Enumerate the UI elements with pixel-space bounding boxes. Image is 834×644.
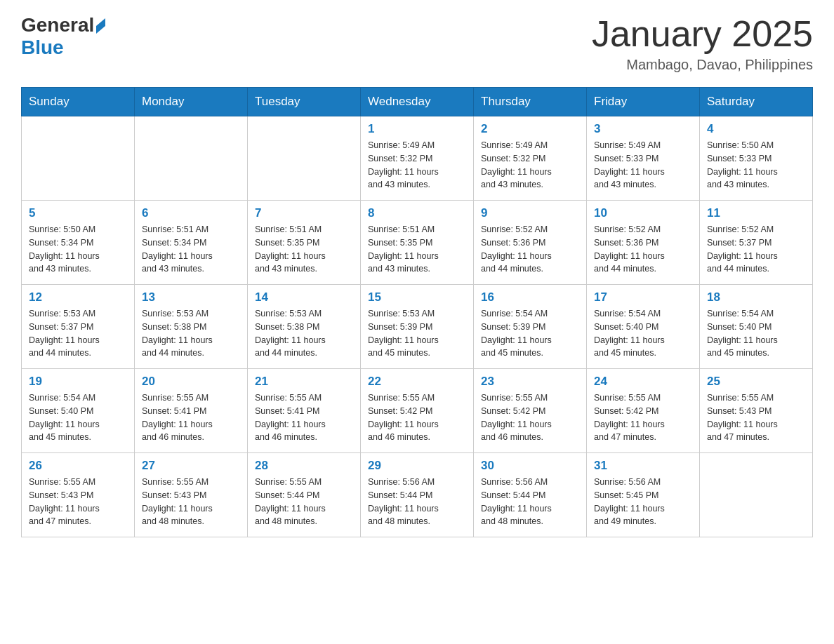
weekday-header-friday: Friday: [587, 88, 700, 116]
day-info: Sunrise: 5:56 AMSunset: 5:44 PMDaylight:…: [368, 476, 466, 528]
day-number: 4: [707, 122, 805, 136]
month-title: January 2025: [592, 14, 813, 54]
day-number: 27: [142, 459, 240, 473]
day-cell-16: 16Sunrise: 5:54 AMSunset: 5:39 PMDayligh…: [474, 285, 587, 369]
day-info: Sunrise: 5:49 AMSunset: 5:32 PMDaylight:…: [368, 139, 466, 192]
day-info: Sunrise: 5:53 AMSunset: 5:38 PMDaylight:…: [255, 307, 353, 360]
day-number: 28: [255, 459, 353, 473]
day-cell-25: 25Sunrise: 5:55 AMSunset: 5:43 PMDayligh…: [700, 369, 813, 453]
day-number: 16: [481, 290, 579, 304]
weekday-header-tuesday: Tuesday: [248, 88, 361, 116]
day-cell-7: 7Sunrise: 5:51 AMSunset: 5:35 PMDaylight…: [248, 201, 361, 285]
day-cell-30: 30Sunrise: 5:56 AMSunset: 5:44 PMDayligh…: [474, 453, 587, 537]
logo: General Blue: [21, 14, 105, 59]
page-header: General Blue January 2025 Mambago, Davao…: [21, 14, 813, 73]
day-info: Sunrise: 5:55 AMSunset: 5:41 PMDaylight:…: [142, 391, 240, 444]
day-cell-6: 6Sunrise: 5:51 AMSunset: 5:34 PMDaylight…: [135, 201, 248, 285]
day-cell-24: 24Sunrise: 5:55 AMSunset: 5:42 PMDayligh…: [587, 369, 700, 453]
day-number: 6: [142, 206, 240, 220]
day-cell-14: 14Sunrise: 5:53 AMSunset: 5:38 PMDayligh…: [248, 285, 361, 369]
week-row-1: 1Sunrise: 5:49 AMSunset: 5:32 PMDaylight…: [22, 116, 813, 201]
day-cell-21: 21Sunrise: 5:55 AMSunset: 5:41 PMDayligh…: [248, 369, 361, 453]
day-cell-20: 20Sunrise: 5:55 AMSunset: 5:41 PMDayligh…: [135, 369, 248, 453]
weekday-header-sunday: Sunday: [22, 88, 135, 116]
day-cell-10: 10Sunrise: 5:52 AMSunset: 5:36 PMDayligh…: [587, 201, 700, 285]
day-number: 3: [594, 122, 692, 136]
day-info: Sunrise: 5:56 AMSunset: 5:45 PMDaylight:…: [594, 476, 692, 528]
empty-cell: [248, 116, 361, 201]
day-cell-17: 17Sunrise: 5:54 AMSunset: 5:40 PMDayligh…: [587, 285, 700, 369]
day-info: Sunrise: 5:54 AMSunset: 5:40 PMDaylight:…: [594, 307, 692, 360]
day-number: 7: [255, 206, 353, 220]
day-number: 11: [707, 206, 805, 220]
day-info: Sunrise: 5:51 AMSunset: 5:34 PMDaylight:…: [142, 223, 240, 276]
day-info: Sunrise: 5:55 AMSunset: 5:43 PMDaylight:…: [707, 391, 805, 444]
day-number: 26: [29, 459, 127, 473]
location: Mambago, Davao, Philippines: [592, 57, 813, 73]
day-info: Sunrise: 5:51 AMSunset: 5:35 PMDaylight:…: [255, 223, 353, 276]
day-number: 30: [481, 459, 579, 473]
day-cell-18: 18Sunrise: 5:54 AMSunset: 5:40 PMDayligh…: [700, 285, 813, 369]
day-info: Sunrise: 5:52 AMSunset: 5:37 PMDaylight:…: [707, 223, 805, 276]
day-cell-26: 26Sunrise: 5:55 AMSunset: 5:43 PMDayligh…: [22, 453, 135, 537]
day-number: 5: [29, 206, 127, 220]
day-number: 25: [707, 375, 805, 389]
week-row-3: 12Sunrise: 5:53 AMSunset: 5:37 PMDayligh…: [22, 285, 813, 369]
day-cell-8: 8Sunrise: 5:51 AMSunset: 5:35 PMDaylight…: [361, 201, 474, 285]
weekday-header-monday: Monday: [135, 88, 248, 116]
week-row-4: 19Sunrise: 5:54 AMSunset: 5:40 PMDayligh…: [22, 369, 813, 453]
day-number: 1: [368, 122, 466, 136]
day-info: Sunrise: 5:49 AMSunset: 5:33 PMDaylight:…: [594, 139, 692, 192]
weekday-header-saturday: Saturday: [700, 88, 813, 116]
day-info: Sunrise: 5:54 AMSunset: 5:40 PMDaylight:…: [707, 307, 805, 360]
day-cell-31: 31Sunrise: 5:56 AMSunset: 5:45 PMDayligh…: [587, 453, 700, 537]
day-cell-29: 29Sunrise: 5:56 AMSunset: 5:44 PMDayligh…: [361, 453, 474, 537]
day-cell-15: 15Sunrise: 5:53 AMSunset: 5:39 PMDayligh…: [361, 285, 474, 369]
day-info: Sunrise: 5:49 AMSunset: 5:32 PMDaylight:…: [481, 139, 579, 192]
day-number: 12: [29, 290, 127, 304]
day-cell-28: 28Sunrise: 5:55 AMSunset: 5:44 PMDayligh…: [248, 453, 361, 537]
day-cell-19: 19Sunrise: 5:54 AMSunset: 5:40 PMDayligh…: [22, 369, 135, 453]
weekday-header-thursday: Thursday: [474, 88, 587, 116]
weekday-header-row: SundayMondayTuesdayWednesdayThursdayFrid…: [22, 88, 813, 116]
title-section: January 2025 Mambago, Davao, Philippines: [592, 14, 813, 73]
day-info: Sunrise: 5:54 AMSunset: 5:40 PMDaylight:…: [29, 391, 127, 444]
day-number: 23: [481, 375, 579, 389]
day-number: 24: [594, 375, 692, 389]
logo-general-text: General: [21, 14, 94, 36]
day-info: Sunrise: 5:54 AMSunset: 5:39 PMDaylight:…: [481, 307, 579, 360]
day-info: Sunrise: 5:55 AMSunset: 5:41 PMDaylight:…: [255, 391, 353, 444]
day-info: Sunrise: 5:53 AMSunset: 5:39 PMDaylight:…: [368, 307, 466, 360]
day-number: 2: [481, 122, 579, 136]
day-info: Sunrise: 5:55 AMSunset: 5:43 PMDaylight:…: [142, 476, 240, 528]
day-cell-9: 9Sunrise: 5:52 AMSunset: 5:36 PMDaylight…: [474, 201, 587, 285]
day-cell-13: 13Sunrise: 5:53 AMSunset: 5:38 PMDayligh…: [135, 285, 248, 369]
day-cell-22: 22Sunrise: 5:55 AMSunset: 5:42 PMDayligh…: [361, 369, 474, 453]
day-info: Sunrise: 5:51 AMSunset: 5:35 PMDaylight:…: [368, 223, 466, 276]
day-number: 10: [594, 206, 692, 220]
day-number: 19: [29, 375, 127, 389]
day-cell-4: 4Sunrise: 5:50 AMSunset: 5:33 PMDaylight…: [700, 116, 813, 201]
day-info: Sunrise: 5:55 AMSunset: 5:42 PMDaylight:…: [594, 391, 692, 444]
empty-cell: [135, 116, 248, 201]
day-info: Sunrise: 5:55 AMSunset: 5:42 PMDaylight:…: [481, 391, 579, 444]
day-number: 8: [368, 206, 466, 220]
day-number: 22: [368, 375, 466, 389]
day-info: Sunrise: 5:55 AMSunset: 5:43 PMDaylight:…: [29, 476, 127, 528]
week-row-5: 26Sunrise: 5:55 AMSunset: 5:43 PMDayligh…: [22, 453, 813, 537]
day-cell-27: 27Sunrise: 5:55 AMSunset: 5:43 PMDayligh…: [135, 453, 248, 537]
day-number: 21: [255, 375, 353, 389]
day-cell-1: 1Sunrise: 5:49 AMSunset: 5:32 PMDaylight…: [361, 116, 474, 201]
day-number: 29: [368, 459, 466, 473]
day-info: Sunrise: 5:50 AMSunset: 5:34 PMDaylight:…: [29, 223, 127, 276]
day-number: 9: [481, 206, 579, 220]
empty-cell: [700, 453, 813, 537]
calendar-table: SundayMondayTuesdayWednesdayThursdayFrid…: [21, 87, 813, 537]
day-cell-12: 12Sunrise: 5:53 AMSunset: 5:37 PMDayligh…: [22, 285, 135, 369]
day-info: Sunrise: 5:55 AMSunset: 5:42 PMDaylight:…: [368, 391, 466, 444]
day-cell-23: 23Sunrise: 5:55 AMSunset: 5:42 PMDayligh…: [474, 369, 587, 453]
day-info: Sunrise: 5:52 AMSunset: 5:36 PMDaylight:…: [481, 223, 579, 276]
empty-cell: [22, 116, 135, 201]
logo-blue-text: Blue: [21, 36, 64, 58]
day-cell-2: 2Sunrise: 5:49 AMSunset: 5:32 PMDaylight…: [474, 116, 587, 201]
